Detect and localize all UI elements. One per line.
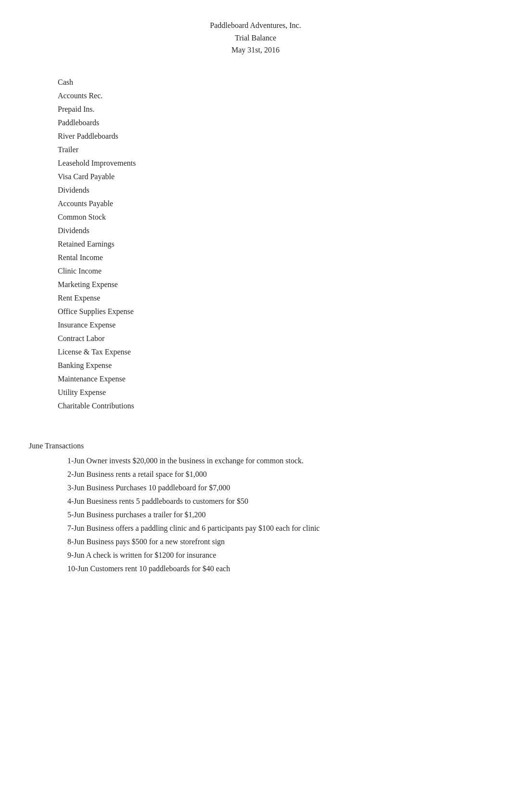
list-item: Contract Labor xyxy=(58,332,482,345)
list-item: 2-Jun Business rents a retail space for … xyxy=(67,468,482,481)
report-date: May 31st, 2016 xyxy=(29,44,482,56)
list-item: Visa Card Payable xyxy=(58,170,482,183)
list-item: Utility Expense xyxy=(58,386,482,399)
list-item: 8-Jun Business pays $500 for a new store… xyxy=(67,535,482,549)
list-item: Paddleboards xyxy=(58,116,482,130)
list-item: Rent Expense xyxy=(58,291,482,305)
list-item: Dividends xyxy=(58,224,482,237)
list-item: 5-Jun Business purchases a trailer for $… xyxy=(67,508,482,522)
list-item: Charitable Contributions xyxy=(58,399,482,413)
list-item: 9-Jun A check is written for $1200 for i… xyxy=(67,549,482,562)
list-item: Accounts Payable xyxy=(58,197,482,210)
list-item: 10-Jun Customers rent 10 paddleboards fo… xyxy=(67,562,482,576)
list-item: Banking Expense xyxy=(58,359,482,372)
list-item: Maintenance Expense xyxy=(58,372,482,386)
list-item: Retained Earnings xyxy=(58,237,482,251)
list-item: Accounts Rec. xyxy=(58,89,482,103)
company-name: Paddleboard Adventures, Inc. xyxy=(29,19,482,32)
list-item: Office Supplies Expense xyxy=(58,305,482,318)
list-item: Marketing Expense xyxy=(58,278,482,291)
account-list: CashAccounts Rec.Prepaid Ins.Paddleboard… xyxy=(58,76,482,413)
transactions-section: June Transactions 1-Jun Owner invests $2… xyxy=(29,442,482,576)
list-item: Prepaid Ins. xyxy=(58,103,482,116)
transactions-list: 1-Jun Owner invests $20,000 in the busin… xyxy=(29,454,482,576)
report-type: Trial Balance xyxy=(29,32,482,44)
list-item: Cash xyxy=(58,76,482,89)
list-item: Insurance Expense xyxy=(58,318,482,332)
list-item: Leasehold Improvements xyxy=(58,157,482,170)
list-item: Clinic Income xyxy=(58,264,482,278)
list-item: 7-Jun Business offers a paddling clinic … xyxy=(67,522,482,535)
list-item: River Paddleboards xyxy=(58,130,482,143)
list-item: Dividends xyxy=(58,183,482,197)
report-header: Paddleboard Adventures, Inc. Trial Balan… xyxy=(29,19,482,56)
list-item: Common Stock xyxy=(58,210,482,224)
list-item: 1-Jun Owner invests $20,000 in the busin… xyxy=(67,454,482,468)
list-item: 4-Jun Buesiness rents 5 paddleboards to … xyxy=(67,495,482,508)
list-item: 3-Jun Business Purchases 10 paddleboard … xyxy=(67,481,482,495)
transactions-header: June Transactions xyxy=(29,442,482,450)
list-item: Rental Income xyxy=(58,251,482,264)
list-item: License & Tax Expense xyxy=(58,345,482,359)
list-item: Trailer xyxy=(58,143,482,157)
